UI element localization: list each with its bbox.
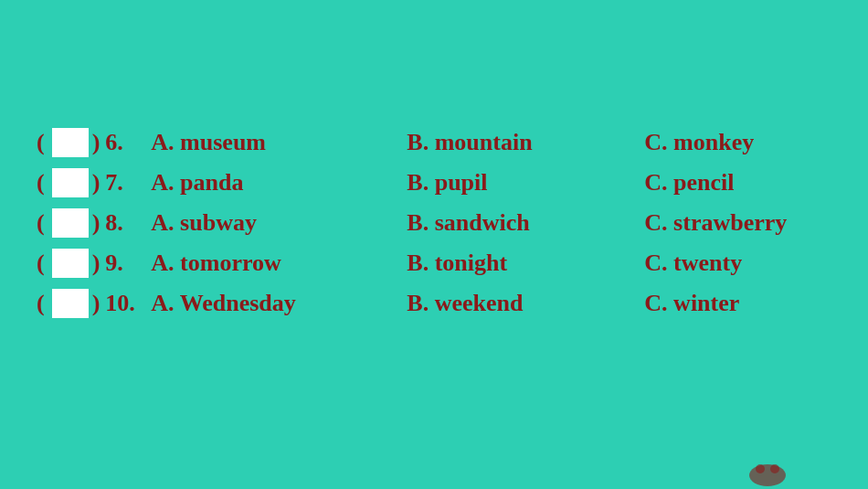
paren-right-8: ) [92, 209, 101, 237]
answer-box-7[interactable] [52, 168, 89, 197]
option-b-6: B. mountain [407, 129, 644, 156]
svg-point-2 [770, 464, 779, 473]
question-row-8: ( ) 8. A. subway B. sandwich C. strawber… [37, 208, 831, 238]
option-b-10: B. weekend [407, 290, 644, 317]
question-num-9: 9. [105, 250, 151, 277]
answer-box-6[interactable] [52, 128, 89, 157]
option-c-7: C. pencil [644, 169, 734, 197]
option-a-7: A. panda [151, 169, 407, 197]
option-c-8: C. strawberry [644, 209, 787, 237]
question-row-7: ( ) 7. A. panda B. pupil C. pencil [37, 168, 831, 197]
paren-left-7: ( [37, 169, 45, 197]
option-a-9: A. tomorrow [151, 250, 407, 277]
option-a-6: A. museum [151, 129, 407, 156]
option-b-7: B. pupil [407, 169, 644, 197]
paren-right-7: ) [92, 169, 101, 197]
quiz-container: ( ) 6. A. museum B. mountain C. monkey (… [0, 0, 868, 366]
option-c-9: C. twenty [644, 250, 742, 277]
option-c-10: C. winter [644, 290, 739, 317]
option-a-8: A. subway [151, 209, 407, 237]
paren-left-8: ( [37, 209, 45, 237]
option-b-8: B. sandwich [407, 209, 644, 237]
question-row-9: ( ) 9. A. tomorrow B. tonight C. twenty [37, 249, 831, 278]
option-c-6: C. monkey [644, 129, 754, 156]
question-num-8: 8. [105, 209, 151, 237]
answer-box-10[interactable] [52, 289, 89, 318]
paren-left-10: ( [37, 290, 45, 317]
question-num-7: 7. [105, 169, 151, 197]
decorative-icon [740, 452, 795, 489]
question-num-6: 6. [105, 129, 151, 156]
paren-left-6: ( [37, 129, 45, 156]
paren-right-10: ) [92, 290, 101, 317]
paren-left-9: ( [37, 250, 45, 277]
paren-right-6: ) [92, 129, 101, 156]
question-num-10: 10. [105, 290, 151, 317]
question-row-6: ( ) 6. A. museum B. mountain C. monkey [37, 128, 831, 157]
svg-point-1 [756, 464, 765, 473]
option-a-10: A. Wednesday [151, 290, 407, 317]
svg-point-0 [749, 464, 786, 486]
answer-box-8[interactable] [52, 208, 89, 238]
question-row-10: ( ) 10. A. Wednesday B. weekend C. winte… [37, 289, 831, 318]
option-b-9: B. tonight [407, 250, 644, 277]
answer-box-9[interactable] [52, 249, 89, 278]
paren-right-9: ) [92, 250, 101, 277]
